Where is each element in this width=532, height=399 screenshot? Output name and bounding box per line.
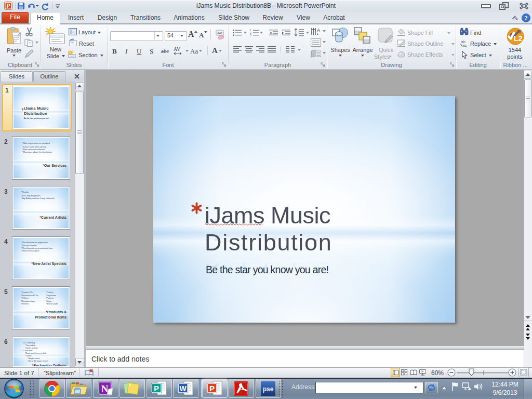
svg-text:A: A (317, 28, 320, 33)
svg-text:P: P (154, 384, 159, 393)
svg-text:ac: ac (462, 43, 467, 47)
svg-text:3: 3 (250, 34, 251, 36)
svg-text:L2: L2 (514, 34, 523, 43)
svg-text:pse: pse (263, 385, 274, 393)
svg-text:AV: AV (174, 46, 181, 52)
svg-text:Aa: Aa (217, 31, 222, 35)
svg-text:W: W (179, 384, 187, 393)
svg-text:P: P (209, 384, 215, 393)
svg-text:?: ? (525, 15, 528, 22)
